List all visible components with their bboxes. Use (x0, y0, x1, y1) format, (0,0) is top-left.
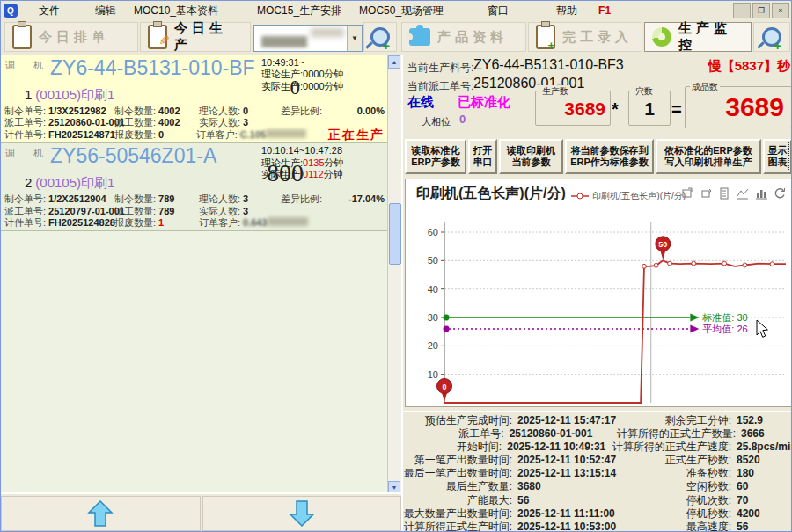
minimize-button[interactable]: — (733, 3, 751, 18)
customer-redacted: 0.643 (243, 217, 268, 229)
today-schedule-button[interactable]: 今日排单 (4, 22, 138, 52)
production-count-value: 3689 (536, 98, 610, 120)
stat-left-value: 2025-12-11 10:52:47 (512, 454, 634, 467)
svg-text:10: 10 (428, 369, 438, 380)
search-left-button[interactable]: + (363, 22, 397, 52)
button-label-line1: 显示 (768, 145, 788, 157)
stat-left-label: 最后一笔产出数量时间: (403, 467, 512, 480)
cavity-legend: 穴数 (634, 85, 655, 98)
multiply-sign: * (612, 99, 619, 120)
customer-redacted: C.105 (240, 129, 266, 141)
data-table-icon[interactable] (717, 186, 731, 200)
stat-left-value: 3680 (512, 480, 634, 493)
dispatch-no-label: 当前派工单号: (407, 79, 473, 94)
minutes-unit: 分钟 (325, 69, 344, 79)
page-down-button[interactable] (202, 496, 402, 531)
product-info-button[interactable]: 产品资料 (401, 22, 526, 52)
stat-left-label: 开始时间: (403, 441, 502, 454)
show-chart-button[interactable]: 显示图表 (763, 139, 792, 174)
part-number: ZY56-50546Z01-A (50, 144, 216, 168)
read-printer-params-button[interactable]: 读取印刷机当前参数 (499, 139, 563, 174)
minutes-unit: 分钟 (324, 169, 343, 179)
write-params-to-printer-button[interactable]: 依标准化的ERP参数写入印刷机排单生产 (656, 139, 761, 174)
production-card-1[interactable]: 调机ZY6-44-B5131-010-BF10:49:31~理论生产:0000分… (1, 55, 388, 143)
menu-moc50-floor-management[interactable]: MOC50_现场管理 (354, 2, 449, 20)
completion-entry-button[interactable]: + 完工录入 (528, 22, 642, 52)
save-params-to-erp-button[interactable]: 将当前参数保存到ERP作为标准参数 (565, 139, 654, 174)
theory-minutes: 理论生产:0000分钟 (261, 69, 377, 80)
detail-line-3: 计件单号:FH2025124871报废数量:0订单客户:C.105正在生产 (4, 129, 385, 141)
dropdown-arrow-icon[interactable]: ▼ (347, 26, 362, 51)
chart-title: 印刷机(五色长声)(片/分) (416, 185, 566, 203)
finished-legend: 成品数 (690, 81, 720, 93)
vertical-scrollbar[interactable]: ▲ ▼ (387, 55, 401, 494)
online-status: 在线 (407, 94, 434, 111)
zoom-out-icon[interactable] (680, 186, 694, 200)
menu-items: 文件编辑MOC10_基本资料MOC15_生产安排MOC50_现场管理窗口帮助 (23, 2, 583, 20)
actual-value: 0112 (303, 169, 324, 179)
production-count-legend: 生产数 (540, 85, 570, 98)
stats-row: 派工单号:25120860-01-001计算所得的正式生产数量:3666 (403, 427, 792, 441)
menu-moc10-base-data[interactable]: MOC10_基本资料 (128, 2, 224, 20)
diff-ratio: 0.00% (357, 106, 385, 117)
stat-right-label: 停机次数: (634, 494, 731, 507)
refresh-icon[interactable] (773, 186, 787, 200)
pie-chart-icon (652, 27, 671, 47)
search-right-button[interactable]: + (753, 22, 790, 52)
stat-left-value: 2025-12-11 15:47:17 (512, 414, 634, 427)
production-card-2[interactable]: 调机ZY56-50546Z01-A10:10:14~10:47:28理论生产:0… (1, 143, 388, 231)
process-name: (00105)印刷1 (35, 87, 114, 102)
zoom-reset-icon[interactable] (699, 186, 713, 200)
menu-help[interactable]: 帮助 (551, 2, 583, 20)
button-label-line2: 串口 (473, 157, 493, 168)
diff-ratio: -17.04% (348, 193, 385, 205)
stat-left-value: 25120860-01-001 (504, 427, 617, 441)
stat-left-label: 预估生产完成时间: (403, 414, 512, 427)
slow-alert-badge: 慢【5837】秒 (708, 58, 790, 75)
detail-line-1: 制令单号:1/3X2512982制令数量:4002理论人数:0差异比例:0.00… (4, 106, 385, 117)
today-production-button[interactable]: ✎ 今日生产 (140, 22, 251, 52)
restore-button[interactable]: ❐ (752, 3, 770, 18)
stat-left-label: 最后生产数量: (403, 480, 512, 493)
menu-file[interactable]: 文件 (33, 2, 65, 20)
clipboard-plus-icon: + (536, 25, 555, 49)
cavity-count-group: 穴数 1 (628, 91, 671, 126)
clipboard-pencil-icon: ✎ (148, 25, 167, 49)
up-arrow-icon (85, 499, 115, 528)
production-monitor-button[interactable]: 生产监控 (644, 22, 752, 52)
stats-row: 预估生产完成时间:2025-12-11 15:47:17剩余完工分钟:152.9 (403, 414, 792, 427)
sequence-number: 2 (25, 175, 32, 190)
output-count: 0 (290, 77, 301, 99)
chart-legend: 印刷机(五色长声)(片/分) (571, 190, 686, 202)
stats-row: 第一笔产出数量时间:2025-12-11 10:52:47正式生产秒数:8520 (403, 454, 792, 467)
stats-row: 最后生产数量:3680空闲秒数:60 (403, 480, 792, 493)
standardized-status: 已标准化 (458, 94, 510, 111)
stat-right-label: 计算所得的正式生产速度: (612, 441, 731, 454)
line-chart[interactable]: 102030405060标准值: 30平均值: 26050 (406, 208, 792, 410)
read-std-erp-params-button[interactable]: 读取标准化ERP产参数 (405, 139, 466, 174)
theory-value: 0000 (303, 69, 324, 79)
stat-right-value: 4200 (731, 507, 792, 521)
machine-combobox[interactable]: ▼ (253, 25, 363, 52)
stat-left-label: 计算所得正式生产时间: (403, 521, 512, 532)
card-time-block: 10:49:31~理论生产:0000分钟实际生产:0000分钟 (261, 57, 377, 92)
bar-chart-icon[interactable] (754, 186, 768, 200)
button-label-line2: ERP产参数 (411, 157, 460, 168)
scrollbar-thumb[interactable] (389, 203, 401, 265)
scroll-up-icon[interactable]: ▲ (388, 55, 400, 69)
page-up-button[interactable] (1, 496, 201, 531)
line-chart-icon[interactable] (736, 186, 750, 200)
menu-moc15-production-plan[interactable]: MOC15_生产安排 (252, 2, 347, 20)
menu-window[interactable]: 窗口 (482, 2, 514, 20)
stat-right-label: 计算所得的正式生产数量: (617, 427, 736, 441)
window-controls: — ❐ × (733, 3, 789, 18)
stat-left-label: 第一笔产出数量时间: (403, 454, 512, 467)
menu-hotkey-f1[interactable]: F1 (598, 4, 611, 17)
minutes-unit: 分钟 (325, 157, 344, 168)
button-label-line1: 读取印刷机 (507, 145, 555, 157)
open-serial-port-button[interactable]: 打开串口 (468, 139, 497, 174)
time-range: 10:49:31~ (261, 57, 377, 69)
svg-text:40: 40 (428, 284, 438, 295)
menu-edit[interactable]: 编辑 (90, 2, 121, 20)
close-button[interactable]: × (772, 3, 789, 18)
